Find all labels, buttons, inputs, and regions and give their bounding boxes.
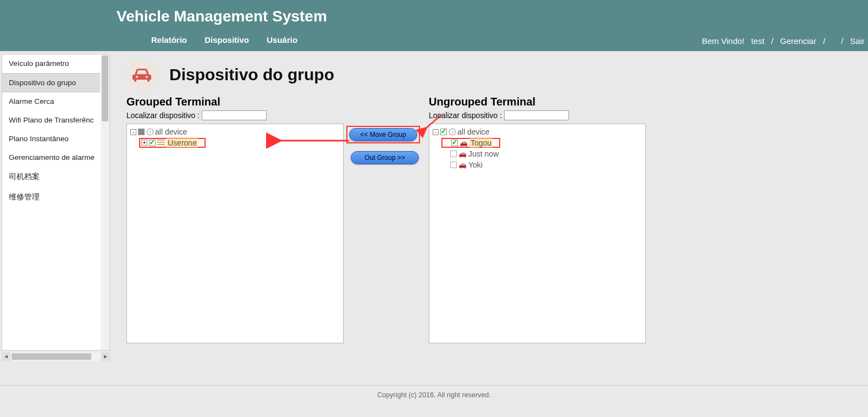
header: Vehicle Management System Relatório Disp… [0,0,868,51]
sidebar-item-alarm-mgmt[interactable]: Gerenciamento de alarme [2,148,100,167]
nav-device[interactable]: Dispositivo [204,35,249,45]
sidebar-item-alarm-fence[interactable]: Alarme Cerca [2,92,100,111]
tree-checkbox[interactable] [440,129,447,135]
manage-link[interactable]: Gerenciar [780,36,816,46]
collapse-icon[interactable]: - [433,129,439,135]
tree-item-yoki[interactable]: 🚗 Yoki [433,159,642,170]
header-nav: Relatório Dispositivo Usuário [151,35,313,45]
list-icon [157,140,165,146]
sidebar-item-device-group[interactable]: Dispositivo do grupo [2,73,100,92]
move-group-button[interactable]: << Move Group [349,128,417,141]
sidebar-item-maintenance[interactable]: 维修管理 [2,187,100,208]
tree-item-justnow[interactable]: 🚗 Just now [433,148,642,159]
ungrouped-search-label: Localizar dispositivo : [429,111,502,120]
footer: Copyright (c) 2016. All right reserved. [0,385,868,399]
collapse-icon[interactable]: - [130,129,136,135]
nav-user[interactable]: Usuário [267,35,297,45]
highlight-annotation: + Userone [139,138,206,148]
app-title: Vehicle Management System [0,0,868,25]
grouped-tree: - all device + Userone [126,124,344,343]
separator: / [823,36,825,46]
tree-item-label[interactable]: Togou [469,138,493,147]
tree-user-row[interactable]: + Userone [130,137,340,148]
welcome-text: Bem Vindo! [702,36,744,46]
tree-root-label[interactable]: all device [457,127,489,136]
sidebar-item-wifi-plan[interactable]: Wifi Plano de Transferênc [2,111,100,130]
grouped-search-label: Localizar dispositivo : [126,111,200,120]
ungrouped-panel: Ungrouped Terminal Localizar dispositivo… [429,96,649,343]
tree-checkbox[interactable] [450,162,457,168]
out-group-button[interactable]: Out Group >> [351,151,419,164]
scroll-right-button[interactable]: ► [101,352,110,361]
sidebar: Veículo parâmetro Dispositivo do grupo A… [2,54,110,351]
grouped-panel: Grouped Terminal Localizar dispositivo :… [126,96,346,343]
logout-link[interactable]: Sair [850,36,865,46]
ungrouped-search-input[interactable] [504,110,569,120]
grouped-heading: Grouped Terminal [126,96,346,108]
tree-item-label[interactable]: Yoki [468,160,483,169]
sidebar-item-driver-profile[interactable]: 司机档案 [2,167,100,187]
separator: / [841,36,843,46]
tree-root-label[interactable]: all device [155,127,187,136]
tree-root-row[interactable]: - all device [433,126,642,137]
highlight-annotation: << Move Group [346,126,420,143]
car-icon: 🚗 [460,139,468,147]
highlight-annotation: 🚗 Togou [441,138,500,148]
tree-checkbox[interactable] [450,151,457,157]
car-icon: 🚗 [458,150,467,158]
action-column: << Move Group Out Group >> [349,126,421,174]
svg-point-13 [451,131,453,132]
grouped-search-input[interactable] [202,110,267,120]
car-icon [126,59,157,90]
car-icon: 🚗 [458,161,467,169]
gear-icon [449,128,456,136]
expand-icon[interactable]: + [141,140,147,146]
svg-point-3 [149,131,151,132]
tree-user-label[interactable]: Userone [167,138,198,147]
scrollbar-thumb[interactable] [12,353,91,360]
sidebar-item-instant-plan[interactable]: Plano Instantâneo [2,130,100,148]
username: test [751,36,764,46]
sidebar-hscrollbar[interactable]: ◄ ► [2,352,110,361]
svg-point-1 [146,76,148,78]
tree-root-row[interactable]: - all device [130,126,340,137]
page-title: Dispositivo do grupo [169,65,334,84]
scroll-left-button[interactable]: ◄ [2,352,10,361]
tree-checkbox[interactable] [149,140,156,146]
tree-item-togou[interactable]: 🚗 Togou [433,137,642,148]
header-right: Bem Vindo! test / Gerenciar / / Sair [701,36,868,46]
svg-point-0 [136,76,138,78]
nav-report[interactable]: Relatório [151,35,187,45]
main-content: Dispositivo do grupo Grouped Terminal Lo… [126,59,863,96]
sidebar-vscrollbar[interactable] [101,54,109,350]
separator: / [771,36,773,46]
tree-checkbox[interactable] [451,140,458,146]
gear-icon [146,128,154,136]
tree-item-label[interactable]: Just now [468,149,499,158]
sidebar-item-vehicle-params[interactable]: Veículo parâmetro [2,54,100,73]
tree-checkbox-partial[interactable] [138,129,145,135]
ungrouped-heading: Ungrouped Terminal [429,96,649,108]
scrollbar-thumb[interactable] [102,55,108,121]
ungrouped-tree: - all device 🚗 Togou [429,124,646,343]
